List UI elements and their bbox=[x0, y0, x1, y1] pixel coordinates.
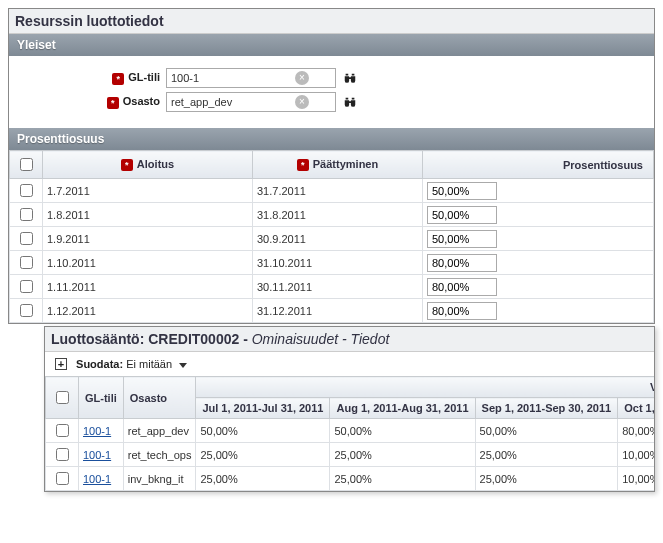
gl-input[interactable]: 100-1 × bbox=[166, 68, 336, 88]
cell-start: 1.9.2011 bbox=[43, 227, 253, 251]
table-row: 1.7.201131.7.2011 bbox=[10, 179, 654, 203]
cell-start: 1.8.2011 bbox=[43, 203, 253, 227]
pct-input[interactable] bbox=[427, 254, 497, 272]
cell-m2: 25,00% bbox=[330, 467, 475, 491]
required-icon: * bbox=[107, 97, 119, 109]
clear-icon[interactable]: × bbox=[295, 71, 309, 85]
cell-m4: 80,00% bbox=[618, 419, 654, 443]
cell-m4: 10,00% bbox=[618, 467, 654, 491]
cell-dept: inv_bkng_it bbox=[123, 467, 196, 491]
cell-m2: 25,00% bbox=[330, 443, 475, 467]
col-m4: Oct 1, 2011- bbox=[618, 398, 654, 419]
binoculars-icon[interactable] bbox=[342, 94, 358, 110]
cell-end: 31.10.2011 bbox=[253, 251, 423, 275]
select-all-checkbox[interactable] bbox=[56, 391, 69, 404]
cell-end: 30.11.2011 bbox=[253, 275, 423, 299]
row-checkbox[interactable] bbox=[56, 448, 69, 461]
cell-m3: 25,00% bbox=[475, 443, 618, 467]
row-checkbox[interactable] bbox=[56, 472, 69, 485]
col-end: *Päättyminen bbox=[253, 151, 423, 179]
resource-credit-panel: Resurssin luottotiedot Yleiset *GL-tili … bbox=[8, 8, 655, 324]
cell-pct bbox=[423, 275, 654, 299]
section-percent: Prosenttiosuus bbox=[9, 128, 654, 150]
cell-start: 1.12.2011 bbox=[43, 299, 253, 323]
pct-input[interactable] bbox=[427, 206, 497, 224]
cell-pct bbox=[423, 179, 654, 203]
cell-end: 31.8.2011 bbox=[253, 203, 423, 227]
required-icon: * bbox=[112, 73, 124, 85]
pct-input[interactable] bbox=[427, 182, 497, 200]
cell-pct bbox=[423, 203, 654, 227]
row-checkbox[interactable] bbox=[20, 256, 33, 269]
form-area: *GL-tili 100-1 × *Osasto ret_app_dev × bbox=[9, 56, 654, 128]
cell-m1: 25,00% bbox=[196, 443, 330, 467]
panel-title: Resurssin luottotiedot bbox=[9, 9, 654, 34]
cell-dept: ret_app_dev bbox=[123, 419, 196, 443]
field-gl: *GL-tili 100-1 × bbox=[21, 68, 642, 88]
col-m1: Jul 1, 2011-Jul 31, 2011 bbox=[196, 398, 330, 419]
cell-start: 1.7.2011 bbox=[43, 179, 253, 203]
row-checkbox[interactable] bbox=[20, 304, 33, 317]
row-checkbox[interactable] bbox=[20, 184, 33, 197]
cell-end: 31.12.2011 bbox=[253, 299, 423, 323]
required-icon: * bbox=[297, 159, 309, 171]
select-all-header[interactable] bbox=[10, 151, 43, 179]
expand-icon[interactable]: + bbox=[55, 358, 67, 370]
cell-start: 1.11.2011 bbox=[43, 275, 253, 299]
dept-input[interactable]: ret_app_dev × bbox=[166, 92, 336, 112]
row-checkbox[interactable] bbox=[20, 208, 33, 221]
table-row: 100-1inv_bkng_it25,00%25,00%25,00%10,00% bbox=[46, 467, 655, 491]
col-pct: Prosenttiosuus bbox=[423, 151, 654, 179]
cell-pct bbox=[423, 251, 654, 275]
required-icon: * bbox=[121, 159, 133, 171]
cell-m2: 50,00% bbox=[330, 419, 475, 443]
cell-m1: 50,00% bbox=[196, 419, 330, 443]
table-row: 1.8.201131.8.2011 bbox=[10, 203, 654, 227]
binoculars-icon[interactable] bbox=[342, 70, 358, 86]
cell-pct bbox=[423, 299, 654, 323]
field-dept: *Osasto ret_app_dev × bbox=[21, 92, 642, 112]
select-all-checkbox[interactable] bbox=[20, 158, 33, 171]
table-row: 100-1ret_app_dev50,00%50,00%50,00%80,00% bbox=[46, 419, 655, 443]
select-all-header[interactable] bbox=[46, 377, 79, 419]
cell-end: 31.7.2011 bbox=[253, 179, 423, 203]
clear-icon[interactable]: × bbox=[295, 95, 309, 109]
credit-rule-panel: Luottosääntö: CREDIT00002 - Ominaisuudet… bbox=[44, 326, 655, 492]
cell-pct bbox=[423, 227, 654, 251]
panel-title: Luottosääntö: CREDIT00002 - Ominaisuudet… bbox=[45, 327, 654, 352]
cell-end: 30.9.2011 bbox=[253, 227, 423, 251]
allocation-table: GL-tili Osasto Varaus Jul 1, 2011-Jul 31… bbox=[45, 376, 654, 491]
gl-link[interactable]: 100-1 bbox=[83, 449, 111, 461]
gl-link[interactable]: 100-1 bbox=[83, 473, 111, 485]
cell-start: 1.10.2011 bbox=[43, 251, 253, 275]
col-m2: Aug 1, 2011-Aug 31, 2011 bbox=[330, 398, 475, 419]
row-checkbox[interactable] bbox=[20, 280, 33, 293]
col-gl: GL-tili bbox=[79, 377, 124, 419]
section-general: Yleiset bbox=[9, 34, 654, 56]
cell-dept: ret_tech_ops bbox=[123, 443, 196, 467]
cell-gl: 100-1 bbox=[79, 443, 124, 467]
col-dept: Osasto bbox=[123, 377, 196, 419]
col-m3: Sep 1, 2011-Sep 30, 2011 bbox=[475, 398, 618, 419]
table-row: 1.12.201131.12.2011 bbox=[10, 299, 654, 323]
pct-input[interactable] bbox=[427, 278, 497, 296]
cell-m3: 50,00% bbox=[475, 419, 618, 443]
cell-m3: 25,00% bbox=[475, 467, 618, 491]
cell-m4: 10,00% bbox=[618, 443, 654, 467]
chevron-down-icon[interactable] bbox=[179, 363, 187, 368]
table-row: 1.11.201130.11.2011 bbox=[10, 275, 654, 299]
table-row: 1.10.201131.10.2011 bbox=[10, 251, 654, 275]
row-checkbox[interactable] bbox=[20, 232, 33, 245]
cell-m1: 25,00% bbox=[196, 467, 330, 491]
group-allocation: Varaus bbox=[196, 377, 654, 398]
cell-gl: 100-1 bbox=[79, 419, 124, 443]
filter-bar[interactable]: + Suodata: Ei mitään bbox=[45, 352, 654, 376]
gl-link[interactable]: 100-1 bbox=[83, 425, 111, 437]
col-start: *Aloitus bbox=[43, 151, 253, 179]
cell-gl: 100-1 bbox=[79, 467, 124, 491]
table-row: 100-1ret_tech_ops25,00%25,00%25,00%10,00… bbox=[46, 443, 655, 467]
table-row: 1.9.201130.9.2011 bbox=[10, 227, 654, 251]
pct-input[interactable] bbox=[427, 230, 497, 248]
pct-input[interactable] bbox=[427, 302, 497, 320]
row-checkbox[interactable] bbox=[56, 424, 69, 437]
